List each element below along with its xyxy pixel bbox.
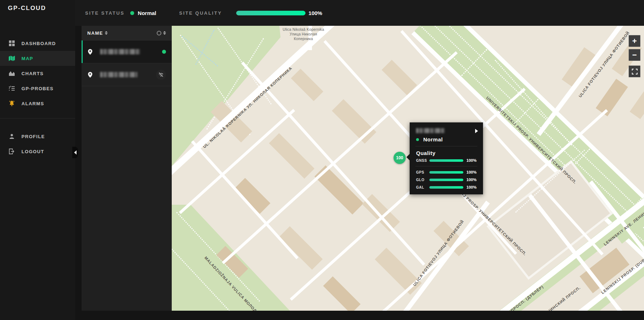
map-icon: [8, 55, 16, 62]
metric-percent: 100%: [467, 178, 477, 182]
sidebar: GP-CLOUD DASHBOARD MAP CHARTS: [0, 0, 75, 320]
online-status-dot: [162, 50, 166, 54]
sidebar-item-profile[interactable]: PROFILE: [0, 129, 75, 144]
map-building: [323, 276, 361, 311]
site-quality-bar-fill: [236, 11, 306, 15]
map-building: [269, 133, 314, 179]
plus-icon: +: [632, 37, 637, 46]
popup-details-arrow-icon[interactable]: [475, 129, 478, 133]
map-building: [291, 69, 323, 101]
site-quality-label: SITE QUALITY: [179, 10, 222, 16]
sidebar-item-dashboard[interactable]: DASHBOARD: [0, 36, 75, 51]
fullscreen-button[interactable]: [629, 66, 640, 77]
minus-icon: −: [632, 50, 637, 60]
popup-status-text: Normal: [423, 136, 443, 142]
fullscreen-icon: [632, 69, 638, 74]
metric-bar: [429, 171, 463, 174]
metric-bar: [429, 179, 463, 181]
metric-percent: 100%: [467, 185, 477, 189]
location-pin-icon: [87, 49, 93, 55]
offline-badge: [156, 70, 166, 80]
quality-metric-gal: GAL 100%: [410, 182, 483, 189]
sidebar-item-gp-probes[interactable]: GP-PROBES: [0, 81, 75, 96]
site-list-header: NAME: [82, 26, 172, 40]
site-name-blurred: [416, 128, 445, 133]
sidebar-item-label: MAP: [21, 56, 33, 61]
app-logo: GP-CLOUD: [8, 5, 46, 12]
status-dot: [416, 138, 419, 141]
metric-percent: 100%: [467, 158, 477, 163]
location-pin-icon: [87, 72, 93, 78]
sidebar-item-alarms[interactable]: ALARMS: [0, 96, 75, 111]
marker-value: 100: [396, 155, 403, 160]
site-quality-group: SITE QUALITY 100%: [179, 10, 322, 16]
sidebar-divider: [0, 118, 75, 118]
popup-divider: [415, 166, 477, 166]
metric-label: GPS: [416, 170, 429, 174]
popup-quality-title: Quality: [410, 150, 483, 156]
status-column-icon[interactable]: [157, 31, 161, 35]
probes-checklist-icon: [8, 85, 16, 92]
zoom-in-button[interactable]: +: [629, 35, 640, 47]
map-building: [630, 85, 644, 119]
site-name-blurred: [100, 72, 137, 77]
metric-bar: [429, 159, 463, 162]
site-name-blurred: [100, 49, 140, 54]
alarms-bell-icon: [8, 100, 16, 107]
footer-nav: PROFILE LOGOUT: [0, 129, 75, 159]
map-canvas[interactable]: Ulica Nikolaâ Kopernika Улица Николая Ко…: [172, 26, 644, 311]
metric-percent: 100%: [467, 170, 477, 174]
site-quality-bar: [236, 11, 306, 15]
sidebar-item-label: LOGOUT: [21, 149, 44, 154]
sidebar-item-label: DASHBOARD: [21, 41, 56, 46]
site-marker[interactable]: 100: [394, 152, 406, 164]
quality-metric-gnss: GNSS 100%: [410, 156, 483, 163]
site-row-1[interactable]: [82, 40, 172, 63]
map-building: [279, 226, 323, 270]
sidebar-item-label: PROFILE: [21, 134, 45, 139]
main-nav: DASHBOARD MAP CHARTS GP-PROBES: [0, 36, 75, 111]
sidebar-item-map[interactable]: MAP: [0, 51, 75, 66]
quality-metric-glo: GLO 100%: [410, 174, 483, 182]
topbar: SITE STATUS Normal SITE QUALITY 100%: [75, 0, 644, 26]
site-list-panel: NAME: [82, 26, 172, 311]
map-building: [332, 99, 376, 144]
name-sort-icon[interactable]: [105, 31, 108, 35]
status-sort-icon[interactable]: [163, 31, 166, 35]
sidebar-item-label: CHARTS: [21, 71, 44, 76]
zoom-out-button[interactable]: −: [629, 49, 640, 61]
site-status-label: SITE STATUS: [85, 10, 125, 16]
metric-label: GAL: [416, 185, 429, 189]
logout-icon: [8, 148, 16, 155]
site-popup: Normal Quality GNSS 100% GPS 100% GLO 10…: [410, 122, 483, 194]
site-status-group: SITE STATUS Normal: [85, 10, 156, 16]
sidebar-item-logout[interactable]: LOGOUT: [0, 144, 75, 159]
metric-bar: [429, 186, 463, 189]
popup-divider: [415, 146, 477, 146]
map-building: [382, 60, 417, 95]
wifi-off-icon: [158, 72, 164, 77]
map-road: [394, 201, 490, 311]
charts-icon: [8, 70, 16, 77]
app-window: GP-CLOUD DASHBOARD MAP CHARTS: [0, 0, 644, 320]
metric-label: GNSS: [416, 159, 429, 163]
profile-icon: [8, 133, 16, 140]
sidebar-item-label: GP-PROBES: [21, 86, 54, 91]
site-quality-percent: 100%: [308, 10, 322, 16]
sidebar-item-charts[interactable]: CHARTS: [0, 66, 75, 81]
map-place-label: Ulica Nikolaâ Kopernika Улица Николая Ко…: [278, 27, 328, 41]
popup-pointer: [406, 154, 410, 160]
status-dot: [130, 11, 134, 15]
site-row-2[interactable]: [82, 63, 172, 86]
name-column-header[interactable]: NAME: [87, 30, 103, 36]
chevron-left-icon: [74, 150, 77, 155]
map-building: [596, 79, 628, 116]
site-status-value: Normal: [138, 10, 156, 16]
metric-label: GLO: [416, 178, 429, 182]
quality-metric-gps: GPS 100%: [410, 170, 483, 174]
bottom-strip: [75, 311, 644, 320]
sidebar-collapse-button[interactable]: [72, 147, 78, 158]
dashboard-grid-icon: [8, 40, 16, 47]
sidebar-item-label: ALARMS: [21, 101, 44, 106]
